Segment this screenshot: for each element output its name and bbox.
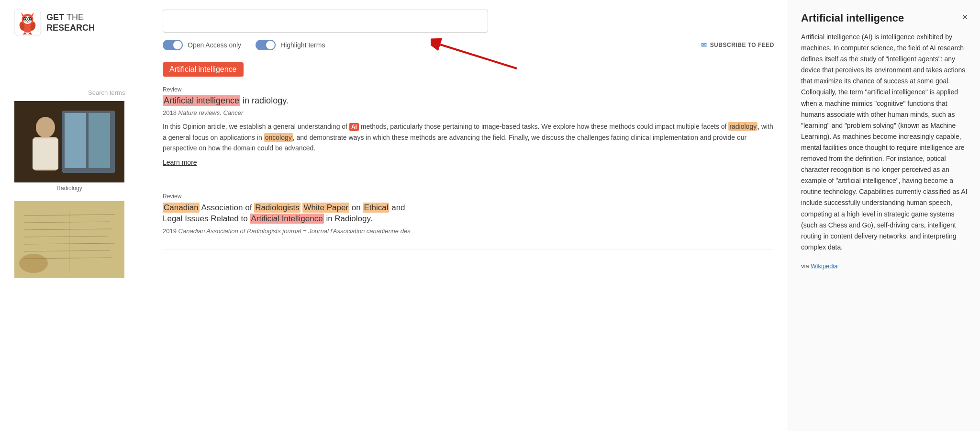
title-text-2-line2: Legal Issues Related to Artificial Intel…: [163, 214, 372, 224]
abstract-highlight-radiology: radiology: [728, 122, 757, 131]
right-panel-body: Artificial intelligence (AI) is intellig…: [801, 32, 968, 253]
sidebar: GET THE RESEARCH Search terms:: [0, 0, 148, 431]
right-panel-header: Artificial intelligence ×: [801, 12, 968, 24]
open-access-label: Open Access only: [188, 41, 241, 49]
search-input[interactable]: [163, 10, 488, 33]
svg-point-7: [24, 18, 26, 20]
thumbnail-image-1: [14, 101, 124, 182]
result-type-1: Review: [163, 86, 774, 93]
result-item-2: Review Canadian Association of Radiologi…: [163, 193, 774, 250]
logo-the: THE: [67, 12, 84, 22]
result-type-2: Review: [163, 193, 774, 200]
result-title-1: Artificial intelligence in radiology.: [163, 95, 774, 106]
abstract-highlight-ai: AI: [349, 123, 359, 131]
svg-point-11: [30, 18, 30, 19]
main-content: Open Access only Highlight terms ✉ SUBSC…: [148, 0, 789, 431]
result-title-2: Canadian Association of Radiologists Whi…: [163, 202, 774, 225]
svg-point-28: [37, 118, 54, 137]
result-journal-name-1: Nature reviews. Cancer: [178, 109, 244, 116]
logo-research: RESEARCH: [46, 23, 95, 33]
via-line: via Wikipedia: [801, 262, 968, 270]
controls-row: Open Access only Highlight terms ✉ SUBSC…: [163, 40, 774, 50]
title-highlight-ai-2: Artificial Intelligence: [250, 214, 323, 224]
title-hl-canadian: Canadian: [163, 203, 200, 213]
title-text-2-pre: Canadian Association of Radiologists Whi…: [163, 203, 405, 213]
result-journal-1: 2018 Nature reviews. Cancer: [163, 109, 774, 116]
open-access-toggle[interactable]: [163, 40, 183, 50]
svg-rect-23: [65, 113, 86, 168]
radiology-image: [14, 101, 124, 182]
title-hl-radiologists: Radiologists: [254, 203, 301, 213]
svg-point-38: [19, 254, 48, 273]
result-item: Review Artificial intelligence in radiol…: [163, 86, 774, 176]
highlight-terms-label: Highlight terms: [280, 41, 325, 49]
svg-rect-27: [33, 138, 58, 170]
title-hl-white: White Paper: [302, 203, 349, 213]
logo-text: GET THE RESEARCH: [46, 12, 95, 33]
highlight-terms-toggle-group: Highlight terms: [256, 40, 325, 50]
logo-area: GET THE RESEARCH: [14, 10, 95, 36]
close-button[interactable]: ×: [962, 12, 968, 23]
search-bar-area: [163, 10, 774, 33]
email-icon: ✉: [701, 41, 707, 49]
active-search-term[interactable]: Artificial intelligence: [163, 62, 244, 77]
owl-logo-icon: [14, 10, 41, 36]
result-type-label-1: Review: [163, 86, 181, 93]
result-type-label-2: Review: [163, 193, 181, 200]
open-access-toggle-group: Open Access only: [163, 40, 241, 50]
right-panel-title: Artificial intelligence: [801, 12, 904, 24]
highlight-terms-toggle[interactable]: [256, 40, 276, 50]
svg-point-10: [29, 18, 31, 20]
title-text-1: in radiology.: [243, 96, 289, 105]
via-label: via: [801, 262, 809, 270]
result-year-1: 2018: [163, 109, 177, 116]
subscribe-label: SUBSCRIBE TO FEED: [710, 42, 774, 48]
svg-point-8: [25, 18, 26, 19]
abstract-highlight-oncology: oncology: [264, 133, 293, 142]
search-terms-row: Artificial intelligence: [163, 62, 774, 77]
thumbnail-1: Radiology: [14, 101, 124, 192]
thumbnail-caption-1: Radiology: [14, 185, 124, 192]
svg-rect-24: [89, 113, 110, 168]
right-panel: Artificial intelligence × Artificial int…: [789, 0, 980, 431]
title-highlight-1: Artificial intelligence: [163, 95, 240, 106]
result-abstract-1: In this Opinion article, we establish a …: [163, 121, 774, 153]
logo-get: GET: [46, 12, 64, 22]
learn-more-link-1[interactable]: Learn more: [163, 159, 197, 166]
thumbnail-2: [14, 201, 124, 278]
manuscript-image: [14, 201, 124, 278]
wikipedia-link[interactable]: Wikipedia: [811, 262, 837, 270]
result-journal-name-2: Canadian Association of Radiologists jou…: [178, 227, 411, 235]
subscribe-button[interactable]: ✉ SUBSCRIBE TO FEED: [701, 41, 774, 49]
result-journal-2: 2019 Canadian Association of Radiologist…: [163, 227, 774, 235]
result-year-2: 2019: [163, 227, 177, 235]
thumbnail-image-2: [14, 201, 124, 278]
search-terms-label: Search terms:: [88, 89, 127, 96]
title-hl-ethical: Ethical: [363, 203, 389, 213]
